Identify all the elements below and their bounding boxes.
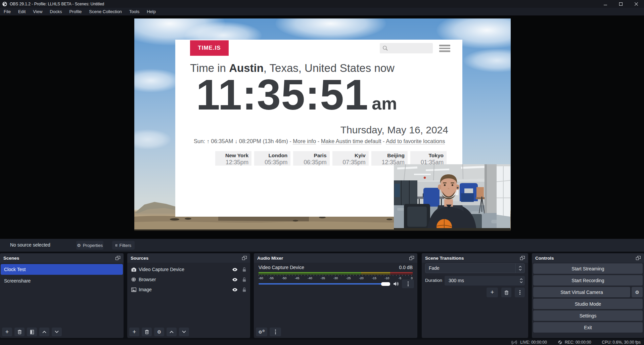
menu-item-file[interactable]: File xyxy=(0,8,14,15)
lock-icon[interactable] xyxy=(242,267,246,272)
menu-item-view[interactable]: View xyxy=(29,8,46,15)
program-canvas[interactable]: TIME.IS Time in Austin, Texas, United St… xyxy=(134,18,511,231)
filters-button[interactable]: Filters xyxy=(112,241,135,250)
transition-select[interactable]: Fade xyxy=(425,263,525,273)
live-timer: LIVE: 00:00:00 xyxy=(520,340,547,345)
visibility-eye-icon[interactable] xyxy=(232,278,238,282)
minimize-button[interactable] xyxy=(598,0,613,8)
titlebar: OBS 29.1.2 - Profile: LLHLS BETA - Scene… xyxy=(0,0,644,8)
meter-tickmarks xyxy=(259,275,413,276)
lock-icon[interactable] xyxy=(242,277,246,282)
scene-filters-button[interactable] xyxy=(27,328,37,336)
menu-item-edit[interactable]: Edit xyxy=(14,8,29,15)
city-tile-kyiv[interactable]: Kyiv07:35pm xyxy=(332,151,369,166)
exit-button[interactable]: Exit xyxy=(533,322,643,333)
menu-item-profile[interactable]: Profile xyxy=(65,8,85,15)
search-input[interactable] xyxy=(380,43,433,53)
scene-item-screenshare[interactable]: Screenshare xyxy=(1,275,123,286)
scenes-title: Scenes xyxy=(3,256,19,261)
remove-scene-button[interactable] xyxy=(14,328,25,336)
duration-spinbox[interactable]: 300 ms xyxy=(445,276,525,286)
scene-item-clock-test[interactable]: Clock Test xyxy=(1,264,123,275)
source-item-browser[interactable]: Browser xyxy=(127,274,250,285)
advanced-audio-button[interactable]: ⚙⚙ xyxy=(256,328,267,336)
city-tile-beijing[interactable]: Beijing12:35am xyxy=(371,151,408,166)
popout-icon[interactable] xyxy=(116,256,120,260)
add-favorite-link[interactable]: Add to favorite locations xyxy=(386,138,445,144)
move-scene-down-button[interactable] xyxy=(52,328,62,336)
virtual-camera-config-button[interactable]: ⚙ xyxy=(632,287,643,297)
menu-item-docks[interactable]: Docks xyxy=(46,8,65,15)
more-info-link[interactable]: More info xyxy=(293,138,316,144)
spin-arrows[interactable] xyxy=(520,276,523,286)
audio-mixer-header[interactable]: Audio Mixer xyxy=(254,253,417,263)
speaker-icon[interactable] xyxy=(393,282,399,286)
city-tile-london[interactable]: London05:35pm xyxy=(254,151,290,166)
popout-icon[interactable] xyxy=(242,256,247,260)
mixer-menu-button[interactable] xyxy=(270,328,281,336)
city-time: 05:35pm xyxy=(254,159,287,166)
visibility-eye-icon[interactable] xyxy=(232,268,238,271)
clock-display: 11:35:51am xyxy=(196,73,397,116)
city-tile-new-york[interactable]: New York12:35pm xyxy=(215,151,251,166)
transition-menu-button[interactable] xyxy=(515,288,525,297)
start-recording-button[interactable]: Start Recording xyxy=(533,275,643,286)
obs-logo-icon xyxy=(2,2,7,6)
mixer-channel-level: 0.0 dB xyxy=(399,265,413,270)
remove-source-button[interactable] xyxy=(142,328,152,336)
visibility-eye-icon[interactable] xyxy=(232,288,238,292)
mixer-channel-menu-button[interactable] xyxy=(402,279,414,288)
sources-header[interactable]: Sources xyxy=(127,253,250,263)
scene-transitions-header[interactable]: Scene Transitions xyxy=(422,253,528,263)
settings-button[interactable]: Settings xyxy=(533,310,643,321)
city-name: Beijing xyxy=(371,153,405,159)
cloud-decoration xyxy=(275,18,386,40)
move-source-up-button[interactable] xyxy=(167,328,177,336)
maximize-button[interactable] xyxy=(613,0,629,8)
city-name: New York xyxy=(215,153,248,159)
menu-item-scene-collection[interactable]: Scene Collection xyxy=(85,8,126,15)
close-button[interactable] xyxy=(629,0,644,8)
scenes-header[interactable]: Scenes xyxy=(0,253,124,263)
properties-button[interactable]: ⚙ Properties xyxy=(76,241,103,250)
lock-icon[interactable] xyxy=(242,287,246,292)
move-scene-up-button[interactable] xyxy=(39,328,49,336)
plus-icon: + xyxy=(133,329,136,336)
popout-icon[interactable] xyxy=(636,256,641,260)
volume-slider-handle[interactable] xyxy=(381,282,390,286)
duration-label: Duration xyxy=(425,278,442,283)
source-properties-button[interactable]: ⚙ xyxy=(154,328,164,336)
add-source-button[interactable]: + xyxy=(129,328,139,336)
menu-item-tools[interactable]: Tools xyxy=(126,8,143,15)
popout-icon[interactable] xyxy=(409,256,414,260)
preview-area[interactable]: TIME.IS Time in Austin, Texas, United St… xyxy=(0,15,644,239)
chevron-up-icon xyxy=(519,266,522,268)
start-virtual-camera-button[interactable]: Start Virtual Camera xyxy=(533,287,630,297)
rec-timer: REC: 00:00:00 xyxy=(565,340,591,345)
live-signal-icon xyxy=(511,340,518,345)
virtual-camera-row: Start Virtual Camera ⚙ xyxy=(533,287,643,297)
volume-slider[interactable] xyxy=(259,283,390,285)
source-item-image[interactable]: Image xyxy=(127,285,250,295)
popout-icon[interactable] xyxy=(520,256,525,260)
move-source-down-button[interactable] xyxy=(179,328,189,336)
controls-header[interactable]: Controls xyxy=(532,253,644,263)
city-tile-paris[interactable]: Paris06:35pm xyxy=(293,151,329,166)
menu-item-help[interactable]: Help xyxy=(143,8,159,15)
remove-transition-button[interactable] xyxy=(501,288,511,297)
city-tile-tokyo[interactable]: Tokyo01:35am xyxy=(410,151,447,166)
chevron-down-icon xyxy=(55,331,59,333)
combo-arrows[interactable] xyxy=(515,264,524,273)
timeis-logo[interactable]: TIME.IS xyxy=(190,40,229,56)
image-icon xyxy=(131,288,139,292)
controls-title: Controls xyxy=(535,256,554,261)
studio-mode-button[interactable]: Studio Mode xyxy=(533,299,643,309)
add-transition-button[interactable]: + xyxy=(487,288,498,297)
chevron-up-icon xyxy=(170,331,174,333)
hamburger-menu-icon[interactable] xyxy=(439,45,450,53)
make-default-link[interactable]: Make Austin time default xyxy=(321,138,381,144)
add-scene-button[interactable]: + xyxy=(2,328,12,336)
record-icon xyxy=(558,340,562,345)
source-item-video-capture[interactable]: Video Capture Device xyxy=(127,264,250,274)
start-streaming-button[interactable]: Start Streaming xyxy=(533,263,643,274)
